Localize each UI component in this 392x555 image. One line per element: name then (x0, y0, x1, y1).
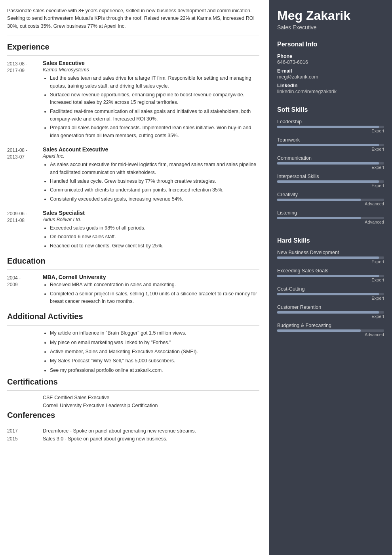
skill-bar-bg (277, 293, 384, 295)
skill-name: Cost-Cutting (277, 286, 384, 292)
bullet-item: Reached out to new clients. Grew client … (50, 242, 259, 250)
entry-company: Karma Microsystems (43, 67, 259, 73)
skill-item: Interpersonal SkillsExpert (277, 174, 384, 188)
skill-bar-bg (277, 275, 384, 277)
skill-level-label: Expert (277, 314, 384, 319)
skill-item: CreativityAdvanced (277, 192, 384, 206)
skill-level-label: Expert (277, 165, 384, 170)
left-column: Passionate sales executive with 8+ years… (0, 0, 269, 555)
skill-bar-fill (277, 199, 361, 201)
bullet-item: Handled full sales cycle. Grew business … (50, 178, 259, 185)
conference-text: Sales 3.0 - Spoke on panel about growing… (43, 436, 259, 442)
entry-content: MBA, Cornell UniversityReceived MBA with… (43, 274, 259, 306)
skill-bar-fill (277, 217, 361, 219)
skill-bar-bg (277, 144, 384, 146)
bullet-item: Completed a senior project in sales, sel… (50, 290, 259, 306)
bullet-item: Led the sales team and sales drive for a… (50, 75, 259, 90)
bullet-item: As sales account executive for mid-level… (50, 161, 259, 176)
entry-bullets: Led the sales team and sales drive for a… (43, 75, 259, 140)
linkedin-value: linkedin.com/in/megzakarik (277, 89, 384, 94)
hard-skills-list: New Business DevelopmentExpertExceeding … (277, 250, 384, 337)
entry-date: 2011-08 - 2013-07 (7, 146, 43, 204)
entry-item: 2011-08 - 2013-07Sales Account Executive… (7, 146, 259, 204)
candidate-name: Meg Zakarik (277, 9, 384, 23)
entry-title: MBA, Cornell University (43, 274, 259, 280)
skill-name: Budgeting & Forecasting (277, 323, 384, 328)
entry-bullets: Received MBA with concentration in sales… (43, 281, 259, 305)
certifications-title: Certifications (7, 377, 259, 387)
skill-name: Teamwork (277, 137, 384, 143)
name-header: Meg Zakarik Sales Executive (269, 0, 392, 36)
bullet-item: Exceeded sales goals in 98% of all perio… (50, 224, 259, 232)
skill-name: Exceeding Sales Goals (277, 268, 384, 274)
skill-name: Customer Retention (277, 304, 384, 310)
entry-content: Sales SpecialistAldus Bolivar Ltd.Exceed… (43, 210, 259, 251)
entry-content: Sales Account ExecutiveApexi Inc.As sale… (43, 146, 259, 204)
phone-block: Phone 646-873-6016 (277, 54, 384, 65)
bullet-item: Prepared all sales budgets and forecasts… (50, 124, 259, 140)
hard-skills-section: Hard Skills New Business DevelopmentExpe… (269, 232, 392, 345)
personal-info-title: Personal Info (277, 41, 384, 50)
skill-name: Interpersonal Skills (277, 174, 384, 179)
skill-bar-fill (277, 126, 379, 128)
linkedin-label: LinkedIn (277, 83, 384, 88)
hard-skills-title: Hard Skills (277, 237, 384, 246)
skill-level-label: Expert (277, 147, 384, 151)
bullet-item: Surfaced new revenue opportunities, enha… (50, 91, 259, 107)
conference-year: 2015 (7, 436, 43, 442)
bullet-item: On-boarded 6 new sales staff. (50, 233, 259, 241)
skill-level-label: Advanced (277, 332, 384, 337)
skill-item: ListeningAdvanced (277, 210, 384, 224)
summary: Passionate sales executive with 8+ years… (7, 7, 259, 36)
skill-level-label: Expert (277, 183, 384, 188)
activity-item: My article on influence in "Brain Blogge… (50, 329, 259, 337)
entry-title: Sales Executive (43, 60, 259, 66)
skill-level-label: Expert (277, 259, 384, 264)
skill-level-label: Expert (277, 296, 384, 300)
skill-item: Budgeting & ForecastingAdvanced (277, 323, 384, 337)
skill-bar-fill (277, 162, 379, 165)
skill-bar-fill (277, 144, 379, 146)
entry-bullets: Exceeded sales goals in 98% of all perio… (43, 224, 259, 250)
entry-date: 2009-06 - 2011-08 (7, 210, 43, 251)
skill-bar-fill (277, 293, 379, 295)
entry-title: Sales Specialist (43, 210, 259, 216)
entry-date: 2004 - 2009 (7, 274, 43, 306)
skill-item: New Business DevelopmentExpert (277, 250, 384, 264)
skill-name: Leadership (277, 119, 384, 124)
certification-item: Cornell University Executive Leadership … (43, 403, 259, 408)
conference-item: 2017Dreamforce - Spoke on panel about ge… (7, 428, 259, 434)
skill-level-label: Expert (277, 278, 384, 282)
skill-bar-bg (277, 126, 384, 128)
activities-list: My article on influence in "Brain Blogge… (7, 329, 259, 374)
skill-bar-bg (277, 256, 384, 259)
bullet-item: Received MBA with concentration in sales… (50, 281, 259, 289)
bullet-item: Communicated with clients to understand … (50, 186, 259, 194)
certification-item: CSE Certified Sales Executive (43, 395, 259, 400)
skill-bar-fill (277, 311, 379, 314)
soft-skills-section: Soft Skills LeadershipExpertTeamworkExpe… (269, 101, 392, 232)
skill-bar-fill (277, 329, 361, 332)
activities-title: Additional Activities (7, 312, 259, 321)
conference-text: Dreamforce - Spoke on panel about genera… (43, 428, 259, 434)
skill-level-label: Advanced (277, 201, 384, 206)
entry-company: Aldus Bolivar Ltd. (43, 217, 259, 222)
entry-item: 2004 - 2009MBA, Cornell UniversityReceiv… (7, 274, 259, 306)
skill-bar-bg (277, 162, 384, 165)
education-divider (7, 270, 259, 270)
experience-section: 2013-08 - 2017-09Sales ExecutiveKarma Mi… (7, 60, 259, 251)
candidate-job-title: Sales Executive (277, 24, 384, 31)
entry-item: 2013-08 - 2017-09Sales ExecutiveKarma Mi… (7, 60, 259, 141)
skill-item: CommunicationExpert (277, 155, 384, 170)
soft-skills-list: LeadershipExpertTeamworkExpertCommunicat… (277, 119, 384, 224)
skill-name: New Business Development (277, 250, 384, 255)
experience-title: Experience (7, 42, 259, 52)
certifications-section: CSE Certified Sales ExecutiveCornell Uni… (7, 395, 259, 408)
conferences-title: Conferences (7, 411, 259, 420)
email-block: E-mail meg@zakarik.com (277, 68, 384, 80)
skill-level-label: Advanced (277, 220, 384, 224)
entry-content: Sales ExecutiveKarma MicrosystemsLed the… (43, 60, 259, 141)
experience-divider (7, 56, 259, 56)
email-label: E-mail (277, 68, 384, 74)
conferences-divider (7, 424, 259, 424)
